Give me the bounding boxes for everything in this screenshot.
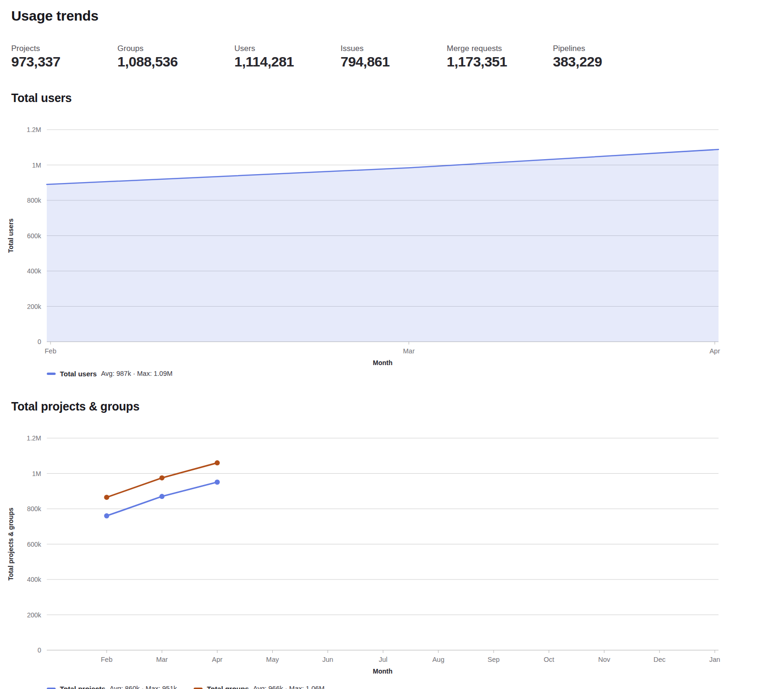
legend-stats: Avg: 987k · Max: 1.09M [101,370,173,377]
usage-stats-row: Projects 973,337 Groups 1,088,536 Users … [11,44,784,70]
stat-label: Groups [117,44,234,53]
page-title: Usage trends [11,7,784,24]
legend-label: Total users [60,370,97,378]
svg-text:Dec: Dec [653,656,666,663]
stat-issues: Issues 794,861 [341,44,447,70]
total-projects-groups-chart-legend: Total projects Avg: 860k · Max: 951k Tot… [47,683,784,689]
legend-swatch-icon [47,688,56,689]
svg-text:Oct: Oct [544,656,554,663]
svg-text:Sep: Sep [487,656,500,663]
svg-text:Month: Month [373,667,392,675]
stat-value: 973,337 [11,53,117,70]
stat-projects: Projects 973,337 [11,44,117,70]
svg-text:800k: 800k [27,197,42,204]
svg-text:Apr: Apr [710,347,720,355]
svg-text:Month: Month [373,359,392,366]
svg-text:Nov: Nov [598,656,611,663]
section-title-total-users: Total users [11,91,784,105]
legend-label: Total projects [60,685,105,689]
svg-text:0: 0 [37,646,41,654]
stat-merge-requests: Merge requests 1,173,351 [447,44,553,70]
svg-text:1M: 1M [32,161,41,169]
svg-text:400k: 400k [27,576,42,583]
legend-item-total-groups[interactable]: Total groups Avg: 966k · Max: 1.06M [194,685,325,689]
svg-text:1M: 1M [32,470,41,477]
section-title-total-projects-groups: Total projects & groups [11,399,784,413]
svg-text:1.2M: 1.2M [27,434,41,442]
svg-text:600k: 600k [27,541,42,548]
stat-groups: Groups 1,088,536 [117,44,234,70]
svg-text:Apr: Apr [212,656,223,663]
svg-text:200k: 200k [27,303,42,310]
svg-text:800k: 800k [27,505,42,513]
svg-text:Mar: Mar [403,347,415,355]
svg-text:400k: 400k [27,267,42,275]
legend-swatch-icon [47,373,56,375]
svg-text:Total users: Total users [7,218,15,253]
svg-text:Jul: Jul [379,656,388,663]
total-users-area-chart[interactable]: 0200k400k600k800k1M1.2MFebMarAprMonthTot… [0,112,784,367]
svg-text:1.2M: 1.2M [27,126,41,133]
stat-value: 1,173,351 [447,53,553,70]
svg-text:Total projects & groups: Total projects & groups [7,507,15,580]
stat-value: 383,229 [553,53,659,70]
stat-label: Issues [341,44,447,53]
legend-stats: Avg: 966k · Max: 1.06M [253,685,325,689]
legend-swatch-icon [194,688,203,689]
svg-text:May: May [266,656,279,663]
stat-value: 1,114,281 [234,53,341,70]
total-users-chart-legend: Total users Avg: 987k · Max: 1.09M [47,368,784,379]
total-projects-groups-line-chart[interactable]: 0200k400k600k800k1M1.2MFebMarAprMayJunJu… [0,421,784,676]
stat-label: Pipelines [553,44,659,53]
svg-text:Aug: Aug [432,656,444,663]
legend-item-total-users[interactable]: Total users Avg: 987k · Max: 1.09M [47,370,173,378]
svg-text:Feb: Feb [45,347,57,355]
svg-text:Mar: Mar [156,656,168,663]
svg-text:200k: 200k [27,611,42,619]
svg-text:Jun: Jun [322,656,333,663]
stat-value: 1,088,536 [117,53,234,70]
legend-item-total-projects[interactable]: Total projects Avg: 860k · Max: 951k [47,685,177,689]
stat-label: Merge requests [447,44,553,53]
stat-pipelines: Pipelines 383,229 [553,44,659,70]
svg-text:0: 0 [37,338,41,345]
stat-users: Users 1,114,281 [234,44,341,70]
legend-stats: Avg: 860k · Max: 951k [109,685,177,689]
stat-label: Projects [11,44,117,53]
svg-text:Feb: Feb [101,656,113,663]
svg-text:Jan: Jan [709,656,720,663]
stat-value: 794,861 [341,53,447,70]
legend-label: Total groups [207,685,249,689]
stat-label: Users [234,44,341,53]
svg-text:600k: 600k [27,232,42,240]
